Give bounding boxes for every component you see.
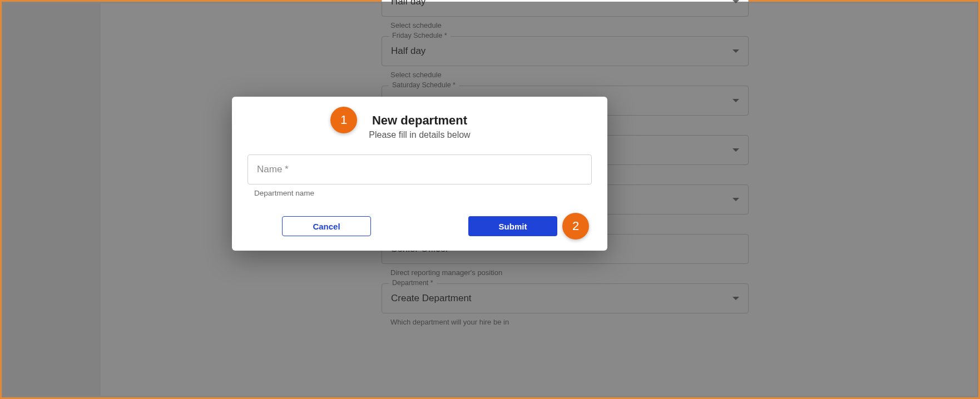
department-name-input[interactable] <box>248 154 592 184</box>
annotation-badge-1-text: 1 <box>340 113 347 127</box>
annotation-badge-2-text: 2 <box>572 219 579 233</box>
cancel-button[interactable]: Cancel <box>282 216 371 236</box>
annotation-badge-1: 1 <box>330 107 357 133</box>
submit-button-label: Submit <box>499 222 527 231</box>
modal-title: New department <box>248 113 592 128</box>
modal-header: New department Please fill in details be… <box>248 113 592 140</box>
modal-actions: Cancel Submit <box>248 216 592 236</box>
new-department-modal: New department Please fill in details be… <box>232 97 607 251</box>
department-name-field: Department name <box>248 154 592 197</box>
page-frame: Half day Select schedule Friday Schedule… <box>0 0 980 399</box>
modal-subtitle: Please fill in details below <box>248 130 592 140</box>
submit-button[interactable]: Submit <box>468 216 557 236</box>
department-name-helper: Department name <box>254 189 592 197</box>
cancel-button-label: Cancel <box>313 222 340 231</box>
annotation-badge-2: 2 <box>562 213 589 240</box>
